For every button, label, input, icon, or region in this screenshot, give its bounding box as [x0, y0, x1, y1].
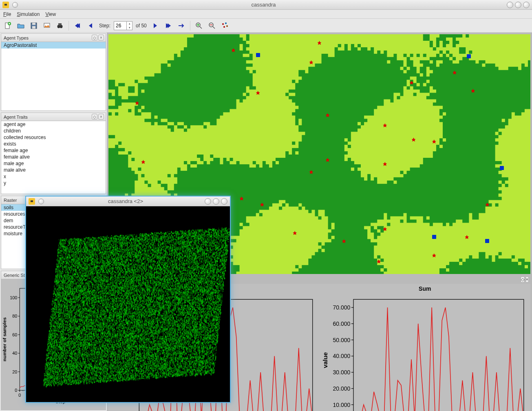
agent-marker-blue[interactable]: [432, 235, 436, 239]
list-item[interactable]: agent age: [1, 121, 106, 128]
float-window[interactable]: cassandra <2>: [25, 196, 231, 403]
maximize-button[interactable]: [213, 198, 219, 205]
svg-text:0: 0: [18, 393, 21, 398]
svg-text:100: 100: [10, 295, 17, 300]
panel-detach-icon[interactable]: ◇: [92, 35, 97, 40]
list-item[interactable]: AgroPastoralist: [1, 42, 106, 49]
agent-marker-red[interactable]: [317, 41, 321, 45]
agent-types-panel: Agent Types ◇× AgroPastoralist: [1, 33, 106, 111]
agent-types-title: Agent Types: [4, 35, 29, 40]
agent-marker-red[interactable]: [485, 203, 489, 207]
list-item[interactable]: male alive: [1, 167, 106, 173]
first-step-button[interactable]: [72, 20, 83, 31]
agent-marker-red[interactable]: [240, 197, 244, 201]
agent-marker-red[interactable]: [410, 81, 414, 85]
step-down-icon[interactable]: ▾: [126, 26, 132, 30]
list-item[interactable]: children: [1, 128, 106, 134]
agent-marker-blue[interactable]: [485, 239, 489, 243]
svg-text:10.000: 10.000: [333, 402, 350, 408]
agent-marker-red[interactable]: [432, 253, 436, 257]
list-item[interactable]: female alive: [1, 154, 106, 160]
agent-marker-red[interactable]: [309, 60, 313, 64]
window-menu-icon[interactable]: [12, 2, 18, 8]
panel-close-icon[interactable]: ×: [525, 276, 529, 283]
svg-point-12: [225, 22, 227, 24]
svg-text:70.000: 70.000: [333, 304, 350, 311]
svg-point-14: [226, 25, 228, 27]
agent-marker-red[interactable]: [309, 170, 313, 174]
svg-text:80: 80: [12, 314, 17, 318]
svg-rect-4: [32, 26, 35, 29]
step-spinner[interactable]: 26 ▴▾: [114, 21, 132, 30]
agent-marker-red[interactable]: [432, 139, 436, 144]
svg-text:0: 0: [15, 388, 17, 393]
minimize-button[interactable]: [507, 2, 513, 8]
agent-marker-red[interactable]: [326, 113, 330, 117]
svg-text:20: 20: [12, 369, 17, 374]
menu-simulation[interactable]: Simulation: [17, 11, 40, 17]
sum-title: Sum: [321, 285, 529, 294]
list-item[interactable]: female age: [1, 147, 106, 154]
list-item[interactable]: male age: [1, 160, 106, 167]
zoom-out-button[interactable]: [207, 20, 217, 31]
agent-marker-red[interactable]: [256, 91, 260, 95]
agent-marker-red[interactable]: [465, 235, 469, 239]
agent-marker-blue[interactable]: [467, 54, 471, 58]
list-item[interactable]: y: [1, 180, 106, 186]
save-button[interactable]: [29, 20, 39, 31]
maximize-button[interactable]: [515, 2, 521, 8]
agent-marker-red[interactable]: [141, 160, 145, 164]
prev-step-button[interactable]: [85, 20, 96, 31]
svg-point-7: [60, 25, 63, 28]
close-button[interactable]: [221, 198, 227, 205]
minimize-button[interactable]: [205, 198, 211, 205]
step-up-icon[interactable]: ▴: [126, 22, 132, 26]
agent-marker-red[interactable]: [326, 158, 330, 162]
zoom-in-button[interactable]: [194, 20, 204, 31]
panel-detach-icon[interactable]: ◇: [92, 114, 97, 119]
menu-view[interactable]: View: [45, 11, 56, 17]
step-value: 26: [116, 23, 121, 29]
agent-traits-title: Agent Traits: [4, 115, 28, 119]
window-menu-icon[interactable]: [38, 199, 44, 204]
menu-file[interactable]: File: [3, 11, 11, 17]
list-item[interactable]: x: [1, 173, 106, 180]
binoculars-button[interactable]: [55, 20, 65, 31]
agent-marker-red[interactable]: [453, 71, 457, 75]
agent-marker-red[interactable]: [231, 48, 235, 52]
agent-marker-red[interactable]: [471, 89, 475, 93]
panel-detach-icon[interactable]: ◇: [521, 276, 525, 283]
next-step-button[interactable]: [150, 20, 161, 31]
new-button[interactable]: [2, 20, 13, 31]
agent-marker-red[interactable]: [383, 227, 387, 231]
menubar: File Simulation View: [0, 10, 532, 19]
scatter-button[interactable]: [220, 20, 230, 31]
agent-marker-red[interactable]: [293, 231, 297, 235]
agent-marker-red[interactable]: [383, 123, 387, 127]
svg-rect-8: [58, 23, 62, 25]
svg-text:number of samples: number of samples: [2, 317, 7, 362]
svg-text:40: 40: [12, 351, 17, 356]
agent-marker-blue[interactable]: [256, 53, 260, 57]
open-button[interactable]: [15, 20, 26, 31]
svg-text:50.000: 50.000: [333, 337, 350, 343]
agent-marker-red[interactable]: [260, 203, 264, 207]
list-item[interactable]: exists: [1, 141, 106, 147]
panel-close-icon[interactable]: ×: [98, 114, 104, 119]
svg-point-11: [222, 23, 224, 25]
agent-marker-red[interactable]: [135, 101, 139, 105]
screenshot-button[interactable]: [42, 20, 52, 31]
agent-marker-blue[interactable]: [500, 166, 504, 170]
agent-marker-red[interactable]: [383, 162, 387, 166]
terrain-3d-view[interactable]: [26, 206, 230, 402]
play-button[interactable]: [176, 20, 187, 31]
agent-marker-red[interactable]: [377, 259, 381, 263]
close-button[interactable]: [523, 2, 530, 8]
last-step-button[interactable]: [163, 20, 174, 31]
panel-close-icon[interactable]: ×: [98, 35, 104, 40]
agent-marker-red[interactable]: [342, 239, 346, 243]
svg-point-6: [57, 25, 60, 28]
agent-marker-red[interactable]: [412, 137, 416, 141]
list-item[interactable]: collected resources: [1, 134, 106, 141]
svg-text:40.000: 40.000: [333, 353, 350, 359]
